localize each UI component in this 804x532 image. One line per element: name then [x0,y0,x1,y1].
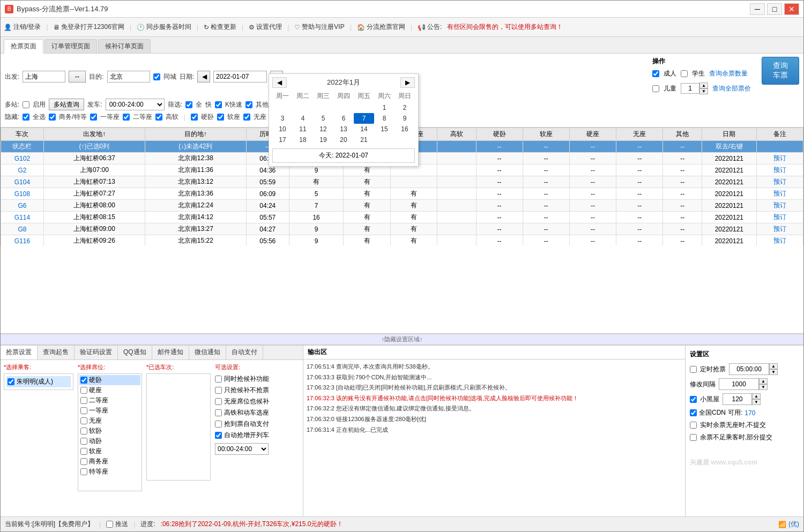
calendar-day-cell[interactable]: 10 [272,124,293,134]
calendar-day-cell[interactable]: 1 [374,102,394,113]
calendar-day-cell[interactable]: 8 [374,113,394,124]
interval-up[interactable]: ▲ [759,378,768,384]
settings-tab-email[interactable]: 邮件通知 [152,346,189,359]
prev-date-button[interactable]: ◀ [197,71,210,83]
calendar-day-cell[interactable]: 3 [272,113,293,124]
row-note[interactable]: 预订 [756,164,803,176]
option-simultaneous-check[interactable] [215,376,222,383]
settings-tab-wechat[interactable]: 微信通知 [189,346,226,359]
second-class-check[interactable] [123,114,130,121]
calendar-day-cell[interactable]: 7 [354,113,374,124]
row-train[interactable]: G104 [1,176,44,188]
table-row[interactable]: G116 上海虹桥09:26 北京南15:22 05:56 9 有 有 -- -… [1,235,803,246]
calendar-day-cell[interactable]: 19 [313,134,333,145]
hard-sleeper-check[interactable] [191,114,198,121]
row-note[interactable]: 预订 [756,188,803,200]
seat-item-first[interactable]: 一等座 [79,406,140,416]
passenger-item[interactable]: 朱明明(成人) [6,376,71,387]
seat-check-soft-sleeper[interactable] [80,428,87,434]
seat-item-special[interactable]: 特等座 [79,467,140,477]
k-fast-check[interactable] [215,101,222,108]
query-count-link[interactable]: 查询余票数量 [709,69,748,78]
settings-tab-captcha[interactable]: 验证码设置 [75,346,118,359]
children-count-up[interactable]: ▲ [699,83,708,88]
row-note[interactable]: 预订 [756,223,803,235]
query-button[interactable]: 查询车票 [762,57,799,85]
calendar-day-cell[interactable]: 17 [272,134,293,145]
calendar-day-cell[interactable]: 6 [333,113,354,124]
push-check[interactable] [106,521,113,528]
query-price-link[interactable]: 查询全部票价 [712,84,751,93]
row-train[interactable]: G2 [1,164,44,176]
timed-grab-down[interactable]: ▼ [769,369,778,375]
filter-all-check[interactable] [185,101,192,108]
realtime-check[interactable] [690,422,697,429]
vip-button[interactable]: ♡ 赞助与注册VIP [294,23,344,32]
cal-prev-button[interactable]: ◀ [272,77,287,88]
option-only-supplement-check[interactable] [215,387,222,394]
row-train[interactable]: G102 [1,153,44,164]
row-train[interactable]: G114 [1,212,44,223]
table-row[interactable]: G104 上海虹桥07:13 北京南13:12 05:59 有 有 -- -- … [1,176,803,188]
from-input[interactable] [23,71,65,83]
calendar-day-cell[interactable]: 5 [313,113,333,124]
option-no-seat-ok[interactable]: 无座席位也候补 [215,396,300,407]
high-soft-check[interactable] [155,114,162,121]
to-input[interactable] [107,71,150,83]
option-high-speed[interactable]: 高铁和动车选座 [215,407,300,418]
row-note[interactable]: 预订 [756,235,803,246]
settings-tab-qq[interactable]: QQ通知 [118,346,152,359]
table-row[interactable]: G6 上海虹桥08:00 北京南12:24 04:24 7 有 有 -- -- … [1,200,803,212]
timed-grab-input[interactable] [729,363,769,375]
seat-check-dong-sleeper[interactable] [80,438,87,445]
row-note[interactable]: 预订 [756,176,803,188]
row-train[interactable]: G6 [1,200,44,212]
no-seat-check[interactable] [243,114,250,121]
same-city-check[interactable] [153,73,160,80]
option-auto-pay-check[interactable] [215,421,222,428]
calendar-day-cell[interactable]: 14 [354,124,374,134]
close-button[interactable]: ✕ [784,3,799,15]
black-room-down[interactable]: ▼ [752,399,761,405]
children-count-input[interactable] [681,83,699,94]
seat-item-hard-sleeper[interactable]: 硬卧 [79,375,140,385]
option-high-speed-check[interactable] [215,409,222,416]
table-row[interactable]: G114 上海虹桥08:15 北京南14:12 05:57 16 有 有 -- … [1,212,803,223]
option-simultaneous[interactable]: 同时抢候补功能 [215,373,300,385]
seat-item-soft-seat[interactable]: 软座 [79,446,140,456]
row-note[interactable]: 预订 [756,200,803,212]
calendar-day-cell[interactable]: 2 [394,102,415,113]
option-no-seat-ok-check[interactable] [215,398,222,405]
tab-orders[interactable]: 订单管理页面 [44,39,97,53]
black-room-check[interactable] [690,396,697,403]
seat-check-special[interactable] [80,468,87,475]
row-train[interactable]: G8 [1,223,44,235]
cal-next-button[interactable]: ▶ [400,77,415,88]
seat-item-soft-sleeper[interactable]: 软卧 [79,426,140,436]
minimize-button[interactable]: ─ [750,3,765,15]
check-update-button[interactable]: ↻ 检查更新 [204,23,236,32]
tab-grab[interactable]: 抢票页面 [4,39,43,54]
adult-check[interactable] [652,70,659,77]
open12306-button[interactable]: 🖥 免登录打开12306官网 [53,23,124,32]
calendar-day-cell[interactable]: 11 [293,124,313,134]
others-check[interactable] [245,101,252,108]
black-room-up[interactable]: ▲ [752,393,761,399]
black-room-input[interactable] [723,393,752,405]
interval-down[interactable]: ▼ [759,384,768,390]
interval-input[interactable] [719,378,759,390]
all-select-check[interactable] [23,114,29,121]
first-class-check[interactable] [90,114,97,121]
soft-sleeper-check[interactable] [217,114,224,121]
multi-query-button[interactable]: 多站查询 [49,99,84,110]
hidden-settings-bar[interactable]: ↑隐藏设置区域↑ [1,334,803,345]
seat-check-business[interactable] [80,458,87,465]
calendar-today-row[interactable]: 今天: 2022-01-07 [272,148,415,163]
table-row[interactable]: G108 上海虹桥07:27 北京南13:36 06:09 5 有 有 -- -… [1,188,803,200]
option-auto-add-check[interactable] [215,432,222,439]
seat-check-soft-seat[interactable] [80,448,87,455]
row-train[interactable]: G108 [1,188,44,200]
login-button[interactable]: 👤 注销/登录 [4,23,41,32]
settings-tab-grab[interactable]: 抢票设置 [1,346,38,359]
calendar-day-cell[interactable]: 20 [333,134,354,145]
